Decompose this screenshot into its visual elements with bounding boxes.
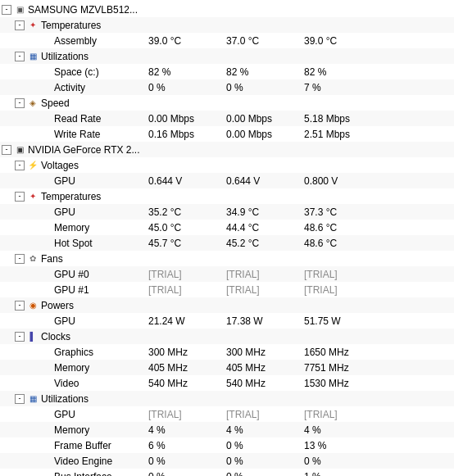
expand-button[interactable]: -: [15, 254, 25, 264]
expand-button[interactable]: -: [2, 145, 11, 155]
row-label: Video: [54, 378, 79, 389]
tree-row[interactable]: Activity0 %0 %7 %: [0, 79, 454, 95]
row-value-3: 7 %: [301, 82, 383, 93]
row-value-3: 82 %: [301, 66, 383, 78]
row-value-3: 4 %: [301, 424, 383, 436]
row-value-1: 4 %: [145, 424, 223, 436]
tree-row[interactable]: -✦Temperatures: [0, 17, 454, 33]
tree-row[interactable]: Memory45.0 °C44.4 °C48.6 °C: [0, 220, 454, 235]
row-label: Space (c:): [54, 66, 99, 78]
row-label: Assembly: [54, 35, 97, 47]
tree-row[interactable]: GPU21.24 W17.38 W51.75 W: [0, 313, 454, 329]
tree-row[interactable]: Video540 MHz540 MHz1530 MHz: [0, 375, 454, 391]
row-label: Frame Buffer: [54, 440, 111, 451]
row-label: Memory: [54, 424, 89, 436]
row-value-3: 48.6 °C: [301, 238, 383, 249]
row-value-3: 1 %: [301, 471, 383, 477]
expand-button[interactable]: -: [15, 394, 25, 404]
row-value-2: 4 %: [223, 424, 301, 436]
expand-button[interactable]: -: [2, 5, 11, 15]
tree-row[interactable]: Assembly39.0 °C37.0 °C39.0 °C: [0, 33, 454, 48]
row-label: Powers: [41, 300, 74, 311]
expand-button[interactable]: -: [15, 301, 25, 311]
tree-row[interactable]: Write Rate0.16 Mbps0.00 Mbps2.51 Mbps: [0, 126, 454, 142]
expand-button[interactable]: -: [15, 332, 25, 342]
row-value-1: 0 %: [145, 456, 223, 467]
row-value-2: 34.9 °C: [223, 206, 301, 218]
row-label: Memory: [54, 222, 89, 233]
row-value-3: [TRIAL]: [301, 269, 383, 280]
row-value-3: 48.6 °C: [301, 222, 383, 233]
row-value-2: 0 %: [223, 471, 301, 477]
tree-row[interactable]: GPU0.644 V0.644 V0.800 V: [0, 173, 454, 188]
tree-row[interactable]: Video Engine0 %0 %0 %: [0, 453, 454, 469]
tree-row[interactable]: -▣SAMSUNG MZVLB512...: [0, 2, 454, 17]
tree-row[interactable]: -✿Fans: [0, 251, 454, 266]
row-label: Clocks: [41, 331, 70, 342]
row-value-2: [TRIAL]: [223, 284, 301, 296]
row-value-2: 45.2 °C: [223, 238, 301, 249]
row-value-2: 300 MHz: [223, 347, 301, 358]
row-label: GPU #1: [54, 284, 89, 296]
row-label: Memory: [54, 362, 89, 374]
expand-button[interactable]: -: [15, 98, 25, 108]
tree-row[interactable]: -◉Powers: [0, 297, 454, 313]
tree-row[interactable]: -▣NVIDIA GeForce RTX 2...: [0, 142, 454, 157]
expand-button[interactable]: -: [15, 161, 25, 170]
row-value-1: 0.00 Mbps: [145, 113, 223, 125]
row-value-1: 405 MHz: [145, 362, 223, 374]
row-value-2: 44.4 °C: [223, 222, 301, 233]
row-label: Bus Interface: [54, 471, 112, 477]
tree-row[interactable]: -✦Temperatures: [0, 188, 454, 204]
tree-row[interactable]: -▦Utilizations: [0, 48, 454, 64]
tree-row[interactable]: GPU[TRIAL][TRIAL][TRIAL]: [0, 406, 454, 422]
tree-row[interactable]: -▦Utilizations: [0, 391, 454, 406]
hdd-icon: ▣: [14, 4, 25, 16]
tree-row[interactable]: GPU #1[TRIAL][TRIAL][TRIAL]: [0, 282, 454, 297]
row-value-1: 0 %: [145, 471, 223, 477]
fan-icon: ✿: [27, 253, 39, 265]
row-label: Temperatures: [41, 191, 101, 202]
tree-row[interactable]: Graphics300 MHz300 MHz1650 MHz: [0, 344, 454, 360]
util-icon: ▦: [27, 51, 39, 62]
row-value-3: 51.75 W: [301, 315, 383, 327]
tree-row[interactable]: Read Rate0.00 Mbps0.00 Mbps5.18 Mbps: [0, 111, 454, 126]
tree-row[interactable]: GPU #0[TRIAL][TRIAL][TRIAL]: [0, 266, 454, 282]
row-value-2: 0.00 Mbps: [223, 129, 301, 140]
row-value-2: 405 MHz: [223, 362, 301, 374]
row-label: Temperatures: [41, 20, 101, 31]
expand-button[interactable]: -: [15, 52, 25, 61]
row-label: GPU: [54, 175, 75, 187]
tree-row[interactable]: Frame Buffer6 %0 %13 %: [0, 437, 454, 453]
tree-row[interactable]: -◈Speed: [0, 95, 454, 111]
row-value-1: 300 MHz: [145, 347, 223, 358]
tree-row[interactable]: -⚡Voltages: [0, 157, 454, 173]
tree-row[interactable]: Memory4 %4 %4 %: [0, 422, 454, 437]
row-label: Speed: [41, 97, 70, 109]
tree-row[interactable]: Hot Spot45.7 °C45.2 °C48.6 °C: [0, 235, 454, 251]
row-value-3: 1530 MHz: [301, 378, 383, 389]
row-label: Read Rate: [54, 113, 101, 125]
row-value-2: 0.644 V: [223, 175, 301, 187]
expand-button[interactable]: -: [15, 192, 25, 202]
row-value-3: [TRIAL]: [301, 284, 383, 296]
row-label: Hot Spot: [54, 238, 93, 249]
tree-row[interactable]: GPU35.2 °C34.9 °C37.3 °C: [0, 204, 454, 220]
row-value-1: 45.0 °C: [145, 222, 223, 233]
row-label: Utilizations: [41, 393, 89, 405]
row-value-1: 35.2 °C: [145, 206, 223, 218]
temp-icon: ✦: [27, 20, 39, 31]
expand-button[interactable]: -: [15, 20, 25, 30]
row-value-3: 5.18 Mbps: [301, 113, 383, 125]
tree-row[interactable]: Bus Interface0 %0 %1 %: [0, 469, 454, 476]
tree-row[interactable]: Memory405 MHz405 MHz7751 MHz: [0, 360, 454, 375]
tree-row[interactable]: -▌Clocks: [0, 329, 454, 344]
row-value-3: 2.51 Mbps: [301, 129, 383, 140]
util-icon: ▦: [27, 393, 39, 405]
tree-row[interactable]: Space (c:)82 %82 %82 %: [0, 64, 454, 79]
row-value-3: 1650 MHz: [301, 347, 383, 358]
row-value-2: 0.00 Mbps: [223, 113, 301, 125]
row-label: GPU #0: [54, 269, 89, 280]
row-value-1: [TRIAL]: [145, 269, 223, 280]
row-value-2: 540 MHz: [223, 378, 301, 389]
